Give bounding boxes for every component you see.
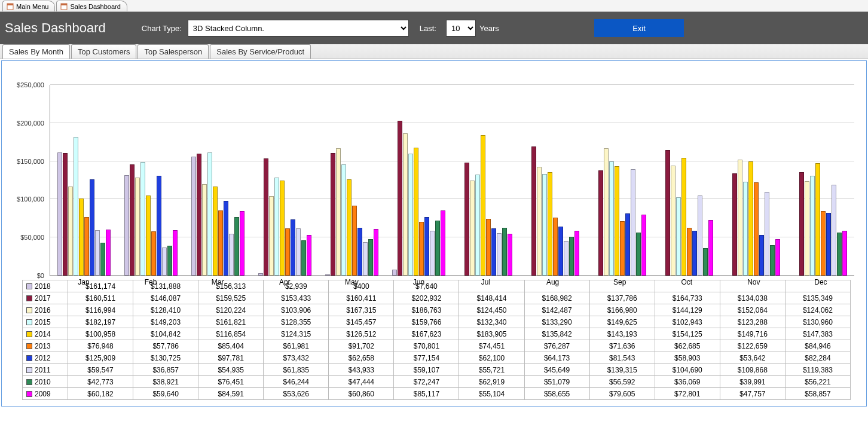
bar [162, 248, 167, 276]
data-cell: $183,905 [459, 328, 524, 340]
bar [357, 228, 362, 276]
x-tick-label: Mar [184, 276, 251, 286]
last-label: Last: [420, 24, 436, 33]
bar [301, 240, 306, 276]
data-cell: $42,773 [68, 376, 133, 388]
data-cell: $124,450 [459, 304, 524, 316]
data-cell: $62,685 [655, 340, 720, 352]
data-cell: $76,451 [198, 376, 264, 388]
bar [821, 211, 826, 276]
data-cell: $72,801 [655, 388, 720, 400]
bar [558, 227, 563, 276]
exit-button[interactable]: Exit [594, 19, 684, 37]
x-tick-label: Oct [653, 276, 720, 286]
bar [207, 152, 212, 276]
data-cell: $85,404 [198, 340, 264, 352]
data-cell: $152,064 [720, 304, 785, 316]
data-table: 2018$161,174$131,888$156,313$2,939$400$7… [22, 280, 851, 400]
bar [63, 153, 68, 276]
series-legend-cell: 2012 [23, 352, 68, 364]
bar [414, 148, 418, 276]
svg-rect-3 [61, 4, 67, 5]
bar [842, 231, 847, 276]
chart-type-select[interactable]: 3D Stacked Column. [188, 20, 409, 36]
series-name: 2018 [35, 282, 51, 291]
series-legend-cell: 2016 [23, 304, 68, 316]
page-title: Sales Dashboard [5, 20, 106, 36]
bar [732, 173, 737, 276]
data-cell: $109,868 [720, 364, 785, 376]
bar [620, 221, 625, 276]
series-legend-cell: 2017 [23, 292, 68, 304]
month-group: Apr [251, 85, 318, 276]
month-group: Aug [519, 85, 586, 276]
tab-top-salesperson[interactable]: Top Salesperson [137, 44, 209, 59]
data-cell: $61,835 [264, 364, 329, 376]
bar [553, 218, 558, 276]
bar [146, 195, 151, 276]
data-cell: $123,288 [720, 316, 785, 328]
tab-sales-by-month[interactable]: Sales By Month [2, 44, 70, 59]
data-cell: $103,906 [264, 304, 329, 316]
data-cell: $84,946 [785, 340, 850, 352]
table-row: 2010$42,773$38,921$76,451$46,244$47,444$… [23, 376, 851, 388]
month-group: Jun [385, 85, 452, 276]
x-tick-label: Nov [720, 276, 787, 286]
bar [464, 163, 469, 276]
x-tick-label: Jan [50, 276, 117, 286]
data-cell: $59,640 [133, 388, 198, 400]
bar [531, 146, 536, 276]
data-cell: $159,766 [394, 316, 459, 328]
data-cell: $53,626 [264, 388, 329, 400]
y-tick-label: $0 [8, 272, 44, 279]
bar [234, 217, 239, 276]
tab-sales-by-service-product[interactable]: Sales By Service/Product [210, 44, 311, 59]
data-cell: $124,315 [264, 328, 329, 340]
bar [738, 160, 742, 276]
data-cell: $124,062 [785, 304, 850, 316]
month-group: Jul [452, 85, 519, 276]
tab-sales-dashboard[interactable]: Sales Dashboard [56, 1, 127, 11]
bar [508, 234, 512, 276]
bar [665, 150, 670, 276]
bar [124, 175, 129, 276]
tab-main-menu[interactable]: Main Menu [2, 1, 55, 11]
data-cell: $125,909 [68, 352, 133, 364]
data-cell: $142,487 [524, 304, 589, 316]
bar [307, 235, 311, 276]
bar [167, 246, 172, 276]
month-group: Oct [653, 85, 720, 276]
data-cell: $153,433 [264, 292, 329, 304]
series-legend-cell: 2009 [23, 388, 68, 400]
tab-top-customers[interactable]: Top Customers [71, 44, 136, 59]
bar [470, 181, 475, 276]
bar [240, 211, 244, 276]
last-years-select[interactable]: 10 [446, 20, 476, 36]
series-name: 2011 [35, 366, 51, 374]
bar [74, 137, 78, 276]
series-legend-cell: 2010 [23, 376, 68, 388]
y-tick-label: $200,000 [8, 120, 44, 127]
tab-label: Main Menu [16, 3, 48, 10]
data-cell: $145,457 [329, 316, 394, 328]
y-tick-label: $250,000 [8, 81, 44, 88]
legend-swatch [26, 367, 32, 373]
table-row: 2009$60,182$59,640$84,591$53,626$60,860$… [23, 388, 851, 400]
bar [403, 133, 408, 276]
data-cell: $71,636 [589, 340, 655, 352]
data-cell: $128,410 [133, 304, 198, 316]
bar [173, 230, 178, 276]
x-tick-label: Aug [519, 276, 586, 286]
bar [486, 219, 491, 276]
chart-area: $0$50,000$100,000$150,000$200,000$250,00… [50, 85, 854, 276]
data-cell: $166,980 [589, 304, 655, 316]
data-cell: $39,991 [720, 376, 785, 388]
data-cell: $160,411 [329, 292, 394, 304]
month-group: Mar [184, 85, 251, 276]
data-cell: $149,203 [133, 316, 198, 328]
header-bar: Sales Dashboard Chart Type: 3D Stacked C… [0, 12, 868, 44]
data-cell: $59,107 [394, 364, 459, 376]
bar [574, 231, 579, 276]
bar [79, 198, 84, 276]
month-group: Jan [50, 85, 117, 276]
